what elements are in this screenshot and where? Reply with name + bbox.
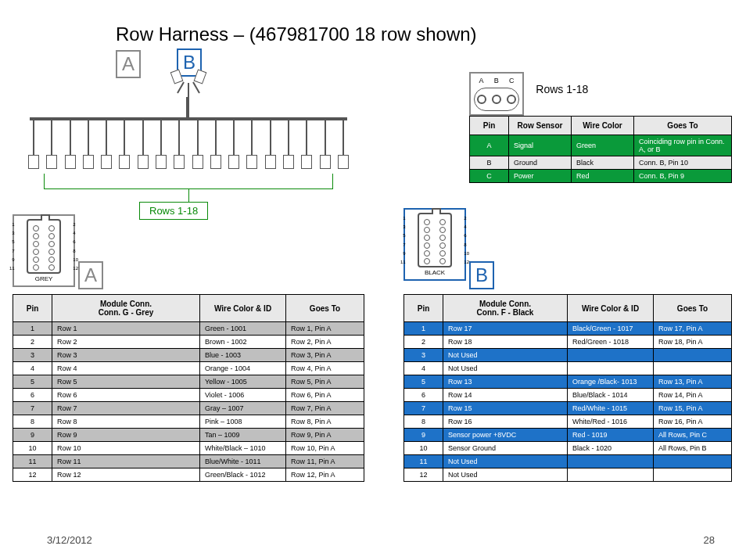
footer-date: 3/12/2012 [47,534,92,546]
page-title: Row Harness – (467981700 18 row shown) [116,23,477,45]
connector-g-table: PinModule Conn.Conn. G - GreyWire Color … [13,294,364,482]
rows-range-text: Rows 1-18 [536,83,588,95]
pin-b-label: B [494,77,499,84]
rows-range-label: Rows 1-18 [139,202,208,220]
connector-b-label-bottom: B [469,261,494,289]
pin-c-label: C [509,77,515,84]
connector-g-caption: GREY [17,275,70,282]
connector-f-caption: BLACK [408,269,461,276]
row-sensor-connector: A B C Rows 1-18 [469,72,588,116]
connector-f-table: PinModule Conn.Conn. F - BlackWire Color… [403,294,732,482]
footer-page: 28 [704,534,715,546]
connector-g-grey-diagram: 1357911 24681012 GREY [13,214,75,287]
connector-f-black-diagram: 1357911 24681012 BLACK [403,208,466,281]
row-sensor-table: PinRow SensorWire ColorGoes To ASignalGr… [469,116,732,183]
connector-a-label-bottom: A [78,261,103,289]
splitter-icon [169,72,208,95]
harness-diagram [20,72,357,189]
pin-a-label: A [479,77,484,84]
